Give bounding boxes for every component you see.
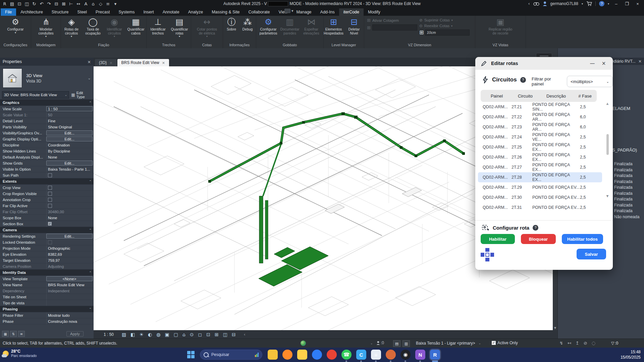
worksharing-globe-icon[interactable] [301,341,306,346]
lock-view-icon[interactable]: ⌂ [182,332,185,337]
constraints-icon[interactable]: ⊟ [232,332,236,337]
replicar-regiao-button[interactable]: ▣Replicar região de recorte [485,17,516,35]
properties-icon[interactable]: ▤ [9,1,15,7]
property-row[interactable]: Scale Value 1: 50 [0,112,94,118]
whatsapp-icon[interactable]: ☎ [341,350,352,360]
design-option-caret-icon[interactable]: ⌄ [479,342,481,345]
property-row[interactable]: Graphics [0,100,94,106]
property-row[interactable]: View Name BRS Route Edit View [0,282,94,288]
documentar-paredes-button[interactable]: ▥Documentar paredes [279,17,300,35]
property-row[interactable]: Scope Box None [0,215,94,221]
circuit-row[interactable]: QD02-ARM... 2T.23 PONTO DE FORÇA AR... 6… [478,122,602,132]
tag-icon[interactable]: ◇ [97,1,104,7]
property-row[interactable]: Default Analysis Displ... None [0,154,94,160]
property-row[interactable]: Show Grids Edit... [0,160,94,166]
save-icon[interactable]: ◫ [23,1,30,7]
circuit-row[interactable]: QD02-ARM... 2T.21 PONTO DE FORÇA SIN... … [478,102,602,112]
dialog-header[interactable]: Editar rotas — × [475,57,613,70]
dialog-close-icon[interactable]: × [600,60,607,66]
property-row[interactable]: Visibility/Graphics Ov... Edit... [0,130,94,136]
taskbar-clock[interactable]: 15:48 15/05/2025 [621,349,641,360]
obs-icon[interactable]: ◉ [400,350,411,360]
properties-close-icon[interactable]: × [88,59,91,64]
property-row[interactable]: Dependency Independent [0,288,94,294]
property-row[interactable]: Far Clip Active [0,203,94,209]
ribbon-tab[interactable]: iterCode [339,8,364,16]
temporary-hide-icon[interactable]: ◻ [198,332,202,337]
redo-icon[interactable]: ↷ [46,1,52,7]
view-tab-brs[interactable]: BRS Route Edit View × [117,59,169,66]
ribbon-tab[interactable]: Systems [114,8,139,16]
user-caret-icon[interactable]: ▾ [582,2,583,5]
collapse-viewbar-icon[interactable]: ‹ [244,332,246,337]
property-row[interactable]: Camera Position Adjusting [0,263,94,269]
file-explorer-icon[interactable] [268,350,278,360]
design-options-icon[interactable]: ▥ [402,340,410,347]
select-underlay-icon[interactable]: ↤ [568,341,571,346]
property-row[interactable]: Tipo de vista [0,300,94,306]
crop-region-icon[interactable]: ▢ [174,332,178,337]
configurar-button[interactable]: ⚙Configurar [5,17,26,34]
property-row[interactable]: Section Box [0,221,94,227]
property-row[interactable]: Show Hidden Lines By Discipline [0,148,94,154]
property-row[interactable]: Far Clip Offset 30480,00 [0,209,94,215]
apply-button[interactable]: Apply [66,331,84,337]
view-selector-dropdown[interactable]: 3D View: BRS Route Edit View ⌄ [2,91,69,99]
select-link-icon[interactable]: ↯ [559,341,563,346]
scrollbar-thumb[interactable] [606,134,609,155]
ribbon-tab[interactable]: Annotate [158,8,184,16]
worksharing-icon[interactable]: ⊡ [206,332,210,337]
property-row[interactable]: View Scale 1 : 50 [0,106,94,112]
crop-view-icon[interactable]: ▣ [165,332,169,337]
property-row[interactable]: Identity Data [0,269,94,276]
cotagem-input[interactable] [372,24,417,31]
visual-style-icon[interactable]: ▨ [122,332,126,337]
view-scale-control[interactable]: 1 : 50 [104,332,114,337]
ribbon-tab[interactable]: Add-Ins [316,8,339,16]
ribbon-tab[interactable]: Precast [91,8,114,16]
open-icon[interactable]: ⊡ [16,1,23,7]
ribbon-display-toggle[interactable]: ▾ [284,9,293,14]
view-tab-close-icon[interactable]: × [162,61,165,65]
close-button[interactable]: × [634,1,641,6]
property-row[interactable]: Graphic Display Opti... Edit... [0,136,94,142]
phone-link-icon[interactable]: C [356,350,366,360]
property-row[interactable]: Extents [0,178,94,185]
ribbon-tab[interactable]: Modify [364,8,385,16]
rendering-icon[interactable]: ◍ [156,332,160,337]
elementos-hospedados-button[interactable]: ⊞Elementos Hospedados [324,17,343,35]
folder-icon[interactable] [297,350,307,360]
edit-type-button[interactable]: ▦ Edit Type [71,91,92,99]
modelar-conduites-button[interactable]: ⋔Modelar conduítes [36,17,56,38]
ribbon-tab[interactable]: Massing & Site [207,8,244,16]
select-pinned-icon[interactable]: ↥ [576,341,579,346]
property-row[interactable]: Locked Orientation [0,239,94,245]
salvar-button[interactable]: Salvar [577,249,606,259]
espelhar-elevacoes-button[interactable]: ⋈Espelhar elevações [301,17,322,35]
deletar-nivel-button[interactable]: ⊟Deletar Nível [344,17,364,35]
property-row[interactable]: Title on Sheet [0,294,94,300]
revit-taskbar-icon[interactable]: R [430,350,440,360]
sobre-button[interactable]: ⓘSobre [224,17,239,32]
displacement-icon[interactable]: ⊞ [215,332,219,337]
habilitar-todos-button[interactable]: Habilitar todos [562,234,603,244]
circuit-row[interactable]: QD02-ARM... 2T.30 PONTO DE FORÇA EV... 2… [478,192,602,202]
store-cart-icon[interactable] [586,1,592,6]
property-row[interactable]: Detail Level Fine [0,118,94,124]
property-row[interactable]: Sun Path [0,172,94,178]
cotar-pontos-button[interactable]: ↔Cotar pontos de elétrica [197,17,217,38]
type-selector[interactable]: 3D View Vista 3D ⌄ [0,66,94,90]
properties-sort-icon[interactable]: ⇅ [10,331,17,337]
properties-filter-icon[interactable]: ≡ [18,331,25,337]
ribbon-tab[interactable]: File [1,8,16,16]
edge-icon[interactable] [312,350,322,360]
debug-button[interactable]: ⁂Debug [240,17,255,32]
selection-filter-indicator[interactable]: ▽:0 [611,341,618,346]
visual-studio-icon[interactable]: N [415,350,425,360]
offset-input[interactable]: 10cm [425,29,470,36]
restore-button[interactable]: ❐ [623,1,631,6]
property-row[interactable]: Annotation Crop [0,197,94,203]
select-face-icon[interactable]: ⊘ [584,341,587,346]
configurar-parametros-button[interactable]: ⚙Configurar parâmetros [258,17,279,35]
property-row[interactable]: Crop View [0,185,94,191]
